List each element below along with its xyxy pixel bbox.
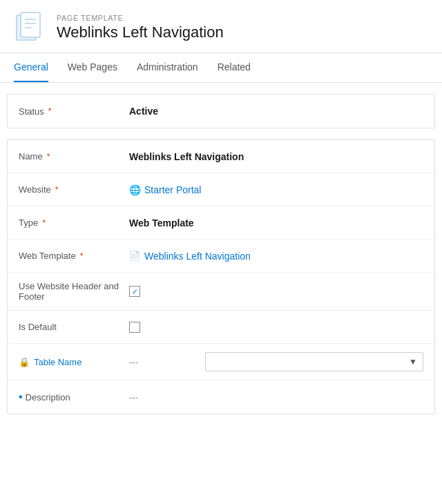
tab-related[interactable]: Related: [218, 53, 251, 82]
page-template-icon: [14, 11, 47, 44]
page-header: PAGE TEMPLATE Weblinks Left Navigation: [0, 0, 442, 53]
globe-icon: 🌐: [129, 184, 140, 195]
use-website-header-footer-value: [129, 286, 423, 297]
name-row: Name * Weblinks Left Navigation: [8, 140, 434, 173]
web-template-required-star: *: [80, 251, 84, 261]
tab-administration[interactable]: Administration: [137, 53, 198, 82]
use-website-header-footer-row: Use Website Header and Footer: [8, 273, 434, 311]
description-label: • Description: [19, 391, 129, 403]
status-row: Status * Active: [8, 95, 434, 128]
status-label: Status *: [19, 106, 129, 117]
is-default-value: [129, 322, 423, 333]
svg-rect-1: [21, 12, 40, 37]
header-label: PAGE TEMPLATE: [57, 14, 224, 22]
tab-general[interactable]: General: [14, 53, 48, 82]
website-value[interactable]: 🌐 Starter Portal: [129, 184, 423, 195]
details-card: Name * Weblinks Left Navigation Website …: [7, 139, 435, 414]
table-name-row: 🔒 Table Name --- ▼: [8, 344, 434, 380]
type-value: Web Template: [129, 217, 423, 229]
name-required-star: *: [47, 152, 50, 162]
web-template-row: Web Template * 📄 Weblinks Left Navigatio…: [8, 240, 434, 273]
website-row: Website * 🌐 Starter Portal: [8, 173, 434, 206]
description-value: ---: [129, 392, 138, 403]
is-default-row: Is Default: [8, 311, 434, 344]
is-default-checkbox-wrapper[interactable]: [129, 322, 423, 333]
status-required-star: *: [48, 106, 52, 116]
header-title: Weblinks Left Navigation: [57, 23, 224, 41]
name-label: Name *: [19, 151, 129, 162]
website-required-star: *: [55, 185, 59, 195]
table-name-dropdown[interactable]: ▼: [205, 352, 423, 371]
website-label: Website *: [19, 184, 129, 195]
lock-icon: 🔒: [19, 357, 30, 367]
is-default-label: Is Default: [19, 322, 129, 332]
status-value: Active: [129, 106, 423, 117]
use-website-header-footer-checkbox-wrapper[interactable]: [129, 286, 423, 297]
type-required-star: *: [42, 218, 46, 228]
type-row: Type * Web Template: [8, 206, 434, 240]
tab-web-pages[interactable]: Web Pages: [68, 53, 117, 82]
header-text-group: PAGE TEMPLATE Weblinks Left Navigation: [57, 14, 224, 41]
use-website-header-footer-checkbox[interactable]: [129, 286, 140, 297]
use-website-header-footer-label: Use Website Header and Footer: [19, 281, 129, 302]
dropdown-arrow-icon: ▼: [409, 357, 417, 367]
description-required-dot: •: [19, 391, 23, 403]
web-template-value[interactable]: 📄 Weblinks Left Navigation: [129, 251, 423, 262]
status-card: Status * Active: [7, 94, 435, 128]
is-default-checkbox[interactable]: [129, 322, 140, 333]
document-icon: 📄: [129, 251, 140, 262]
description-row: • Description ---: [8, 380, 434, 414]
web-template-label: Web Template *: [19, 251, 129, 261]
type-label: Type *: [19, 217, 129, 228]
name-value: Weblinks Left Navigation: [129, 151, 423, 162]
table-name-dash: ---: [129, 357, 205, 367]
tabs-bar: General Web Pages Administration Related: [0, 53, 442, 83]
table-name-label: 🔒 Table Name: [19, 357, 129, 367]
